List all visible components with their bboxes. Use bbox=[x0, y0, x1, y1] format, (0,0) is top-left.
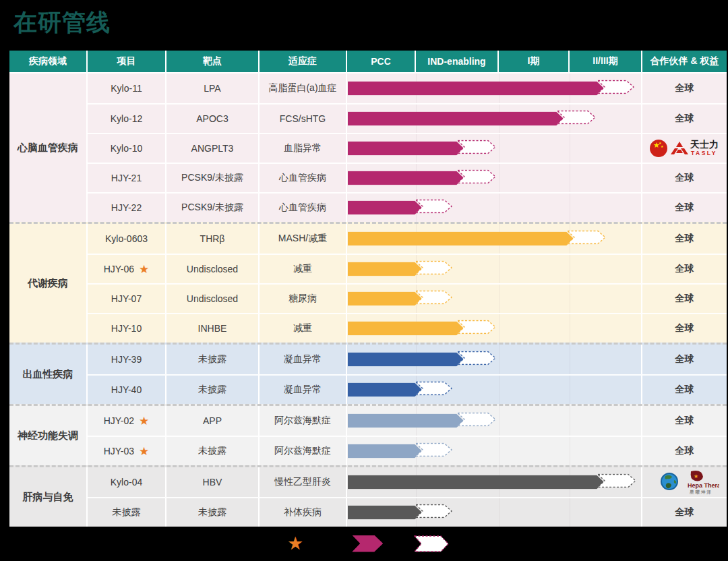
disease-area-label: 出血性疾病 bbox=[9, 345, 88, 404]
project-cell: Kylo-10 bbox=[88, 133, 166, 163]
phase-progress-cell bbox=[347, 345, 642, 374]
header-partner: 合作伙伴 & 权益 bbox=[642, 51, 727, 73]
project-label: HJY-07 bbox=[111, 293, 142, 304]
project-label: HJY-02 bbox=[104, 415, 134, 426]
header-disease-area: 疾病领域 bbox=[9, 51, 88, 73]
indication-cell: 凝血异常 bbox=[260, 374, 347, 404]
progress-bar-dashed bbox=[457, 170, 496, 187]
dashed-arrow-icon bbox=[415, 261, 452, 275]
phase-progress-cell bbox=[347, 254, 642, 283]
dashed-arrow-icon bbox=[457, 170, 496, 184]
project-label: 未披露 bbox=[113, 506, 141, 519]
project-cell: HJY-06★ bbox=[88, 254, 166, 283]
phase-grid-line bbox=[570, 437, 570, 465]
project-label: HJY-40 bbox=[111, 384, 142, 395]
indication-cell: 心血管疾病 bbox=[260, 163, 347, 192]
table-row: HJY-06★Undisclosed减重 全球 bbox=[88, 254, 727, 283]
project-label: Kylo-10 bbox=[111, 143, 142, 154]
project-label: Kylo-11 bbox=[111, 83, 142, 94]
progress-bar-solid bbox=[348, 414, 464, 428]
progress-bar-dashed bbox=[415, 261, 452, 278]
indication-cell: 凝血异常 bbox=[260, 345, 347, 374]
globe-icon bbox=[661, 473, 677, 490]
dashed-arrow-icon bbox=[415, 443, 452, 457]
project-label: HJY-10 bbox=[111, 323, 142, 334]
disease-area-label: 肝病与自免 bbox=[9, 467, 88, 527]
partner-rights-label: 全球 bbox=[642, 192, 727, 222]
project-cell: Kylo-12 bbox=[88, 103, 166, 133]
indication-cell: 糖尿病 bbox=[260, 283, 347, 313]
target-cell: Undisclosed bbox=[166, 254, 260, 283]
legend: ★ bbox=[0, 531, 728, 556]
progress-bar-dashed bbox=[457, 413, 496, 430]
table-header-row: 疾病领域 项目 靶点 适应症 PCC IND-enabling I期 II/II… bbox=[9, 51, 727, 73]
partner-rights-label: 全球 bbox=[642, 313, 727, 343]
table-row: Kylo-11LPA高脂蛋白(a)血症 全球 bbox=[88, 73, 727, 103]
group-rows: Kylo-0603THRβMASH/减重 全球HJY-06★Undisclose… bbox=[88, 224, 727, 343]
table-row: HJY-02★APP阿尔兹海默症 全球 bbox=[88, 406, 727, 436]
phase-progress-cell bbox=[347, 406, 642, 436]
phase-grid-line bbox=[499, 406, 499, 436]
indication-cell: 阿尔兹海默症 bbox=[260, 406, 347, 436]
table-row: Kylo-12APOC3FCS/sHTG 全球 bbox=[88, 103, 727, 133]
indication-cell: MASH/减重 bbox=[260, 224, 347, 254]
group-rows: HJY-39未披露凝血异常 全球HJY-40未披露凝血异常 全球 bbox=[88, 345, 727, 404]
phase-grid-line bbox=[570, 255, 570, 283]
header-indication: 适应症 bbox=[260, 51, 347, 73]
table-row: HJY-07Undisclosed糖尿病 全球 bbox=[88, 283, 727, 313]
group-1: 心脑血管疾病Kylo-11LPA高脂蛋白(a)血症 全球Kylo-12APOC3… bbox=[9, 73, 727, 222]
indication-cell: 慢性乙型肝炎 bbox=[260, 467, 347, 497]
progress-bar-solid bbox=[348, 322, 464, 336]
phase-progress-cell bbox=[347, 313, 642, 343]
header-phase23: II/III期 bbox=[570, 51, 642, 73]
dashed-arrow-icon bbox=[597, 80, 634, 94]
partner-rights-label: 全球 bbox=[642, 224, 727, 254]
group-rows: HJY-02★APP阿尔兹海默症 全球HJY-03★未披露阿尔兹海默症 全球 bbox=[88, 406, 727, 465]
phase-grid-line bbox=[499, 194, 499, 222]
progress-bar-dashed bbox=[415, 504, 452, 521]
table-body: 心脑血管疾病Kylo-11LPA高脂蛋白(a)血症 全球Kylo-12APOC3… bbox=[9, 73, 727, 527]
progress-bar-solid bbox=[348, 82, 604, 96]
dashed-arrow-icon bbox=[457, 320, 496, 334]
phase-grid-line bbox=[570, 406, 570, 436]
phase-progress-cell bbox=[347, 133, 642, 163]
project-cell: HJY-39 bbox=[88, 345, 166, 374]
target-cell: APP bbox=[166, 406, 260, 436]
header-target: 靶点 bbox=[166, 51, 260, 73]
phase-progress-cell bbox=[347, 283, 642, 313]
target-cell: 未披露 bbox=[166, 345, 260, 374]
target-cell: APOC3 bbox=[166, 103, 260, 133]
phase-grid-line bbox=[499, 437, 499, 465]
table-row: HJY-22PCSK9/未披露心血管疾病 全球 bbox=[88, 192, 727, 222]
progress-bar-solid bbox=[348, 475, 604, 490]
star-icon: ★ bbox=[139, 446, 149, 457]
phase-grid-line bbox=[570, 376, 570, 404]
dashed-arrow-icon bbox=[457, 413, 496, 427]
progress-bar-dashed bbox=[415, 382, 452, 398]
phase-grid-line bbox=[570, 194, 570, 222]
dashed-arrow-icon bbox=[597, 474, 636, 488]
group-rows: Kylo-04HBV慢性乙型肝炎 ★ Hepa Thera 星曜坤泽 未披露未披… bbox=[88, 467, 727, 527]
table-row: 未披露未披露补体疾病 全球 bbox=[88, 497, 727, 527]
indication-cell: 血脂异常 bbox=[260, 133, 347, 163]
phase-progress-cell bbox=[347, 436, 642, 465]
phase-grid-line bbox=[570, 498, 570, 527]
svg-text:★: ★ bbox=[694, 473, 698, 479]
indication-cell: 阿尔兹海默症 bbox=[260, 436, 347, 465]
tasly-mark-icon bbox=[671, 142, 688, 154]
table-row: HJY-39未披露凝血异常 全球 bbox=[88, 345, 727, 374]
phase-grid-line bbox=[570, 134, 570, 163]
partner-cell: ★ Hepa Thera 星曜坤泽 bbox=[642, 467, 727, 497]
target-cell: Undisclosed bbox=[166, 283, 260, 313]
progress-bar-solid bbox=[348, 262, 422, 276]
hepa-thera-logo: ★ Hepa Thera 星曜坤泽 bbox=[650, 469, 719, 496]
project-cell: HJY-02★ bbox=[88, 406, 166, 436]
header-ind-enabling: IND-enabling bbox=[416, 51, 499, 73]
progress-bar-solid bbox=[348, 506, 422, 520]
table-row: HJY-10INHBE减重 全球 bbox=[88, 313, 727, 343]
svg-text:★: ★ bbox=[661, 144, 664, 148]
dashed-arrow-icon bbox=[415, 382, 452, 396]
phase-progress-cell bbox=[347, 374, 642, 404]
phase-grid-line bbox=[499, 134, 499, 163]
header-pcc: PCC bbox=[347, 51, 416, 73]
